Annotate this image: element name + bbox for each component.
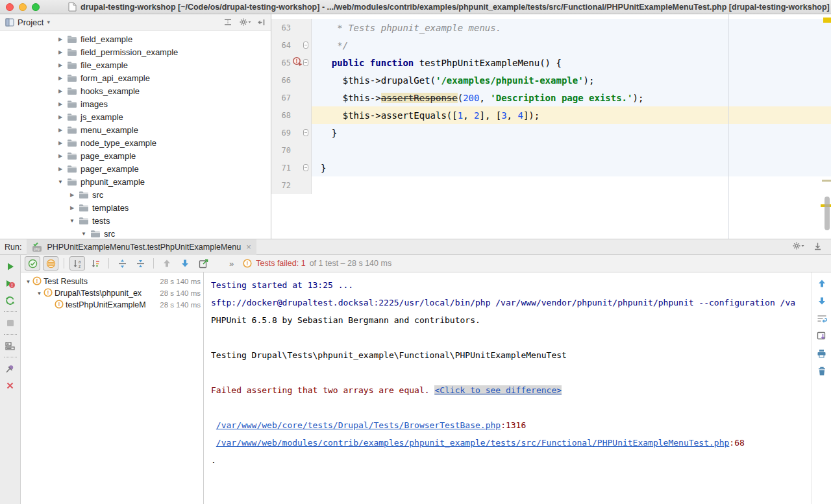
project-tree-item[interactable]: ▶src <box>0 188 271 201</box>
editor-line[interactable]: 71} <box>271 159 831 176</box>
chevron-down-icon[interactable]: ▼ <box>36 291 43 296</box>
clear-console-button[interactable] <box>815 365 828 377</box>
chevrons-more-icon[interactable]: » <box>229 259 234 269</box>
editor-line[interactable]: 72 <box>271 176 831 194</box>
import-test-results-button[interactable] <box>195 256 211 270</box>
chevron-right-icon[interactable]: ▶ <box>57 127 64 133</box>
error-stripe-mark[interactable] <box>823 18 831 23</box>
project-tool-button[interactable]: Project ▾ <box>5 18 50 27</box>
editor-gutter[interactable]: 68 <box>271 106 312 124</box>
hide-panel-icon[interactable] <box>258 18 266 27</box>
soft-wrap-button[interactable] <box>815 313 828 324</box>
settings-gear-icon[interactable] <box>792 241 804 252</box>
project-tree-item[interactable]: ▶hooks_example <box>0 84 271 97</box>
project-tree-item[interactable]: ▶images <box>0 97 271 110</box>
editor-line[interactable]: 68 $this->assertEquals([1, 2], [3, 4]); <box>271 106 831 124</box>
project-tree-item[interactable]: ▶node_type_example <box>0 136 271 149</box>
editor-gutter[interactable]: 64 <box>271 36 312 54</box>
editor-line[interactable]: 70 <box>271 141 831 159</box>
editor-gutter[interactable]: 71 <box>271 159 312 176</box>
project-tree-item[interactable]: ▼tests <box>0 214 271 227</box>
sort-by-duration-button[interactable] <box>88 256 103 270</box>
chevron-right-icon[interactable]: ▶ <box>57 140 64 146</box>
chevron-right-icon[interactable]: ▶ <box>57 153 64 159</box>
project-tree-item[interactable]: ▶field_permission_example <box>0 45 271 58</box>
editor-line[interactable]: 69 } <box>271 124 831 141</box>
console-link[interactable]: /var/www/web/modules/contrib/examples/ph… <box>216 438 730 448</box>
project-tree-item[interactable]: ▼src <box>0 227 271 239</box>
collapse-all-button[interactable] <box>132 256 148 270</box>
project-tree-item[interactable]: ▶file_example <box>0 58 271 71</box>
minimize-window-button[interactable] <box>19 3 27 11</box>
console-link[interactable]: /var/www/web/core/tests/Drupal/Tests/Bro… <box>216 420 501 430</box>
chevron-down-icon[interactable]: ▼ <box>25 279 32 285</box>
chevron-right-icon[interactable]: ▶ <box>69 205 75 211</box>
sort-alphabetically-button[interactable]: az <box>69 256 85 270</box>
fold-marker[interactable] <box>303 129 308 136</box>
next-failed-test-button[interactable] <box>177 256 193 270</box>
fold-marker[interactable] <box>303 59 308 66</box>
previous-failed-test-button[interactable] <box>159 256 175 270</box>
rerun-failed-test-gutter-icon[interactable]: ! <box>292 56 303 69</box>
editor-gutter[interactable]: 69 <box>271 124 312 141</box>
error-stripe-mark[interactable] <box>822 180 831 182</box>
chevron-down-icon[interactable]: ▼ <box>81 231 87 237</box>
editor-gutter[interactable]: 67 <box>271 89 312 106</box>
zoom-window-button[interactable] <box>32 3 40 11</box>
editor-line[interactable]: 67 $this->assertResponse(200, 'Descripti… <box>271 89 831 106</box>
console-link[interactable]: <Click to see difference> <box>434 385 562 395</box>
run-configuration-tab[interactable]: php PHPUnitExampleMenuTest.testPhpUnitEx… <box>27 239 256 255</box>
stop-button[interactable] <box>3 315 18 331</box>
test-console[interactable]: Testing started at 13:25 ...sftp://docke… <box>204 272 831 504</box>
fold-marker[interactable] <box>303 164 308 171</box>
test-tree-item[interactable]: ▼!Drupal\Tests\phpunit_ex28 s 140 ms <box>21 287 203 299</box>
chevron-down-icon[interactable]: ▼ <box>57 179 64 185</box>
print-button[interactable] <box>815 348 828 359</box>
chevron-right-icon[interactable]: ▶ <box>57 75 64 81</box>
close-icon[interactable]: × <box>246 242 251 252</box>
project-tree-item[interactable]: ▼phpunit_example <box>0 175 271 188</box>
chevron-right-icon[interactable]: ▶ <box>57 88 64 94</box>
editor-line[interactable]: 63 * Tests phpunit_example menus. <box>271 19 831 36</box>
collapse-all-icon[interactable] <box>223 18 232 27</box>
editor-line[interactable]: 64 */ <box>271 36 831 54</box>
settings-gear-icon[interactable] <box>239 18 251 27</box>
project-tree-item[interactable]: ▶page_example <box>0 149 271 162</box>
test-tree-item[interactable]: !testPhpUnitExampleM28 s 140 ms <box>21 299 203 311</box>
chevron-right-icon[interactable]: ▶ <box>69 192 75 198</box>
down-stack-trace-button[interactable] <box>815 295 828 307</box>
chevron-right-icon[interactable]: ▶ <box>57 166 64 172</box>
editor-gutter[interactable]: 70 <box>271 141 312 159</box>
chevron-right-icon[interactable]: ▶ <box>57 62 64 68</box>
project-tree-item[interactable]: ▶js_example <box>0 110 271 123</box>
chevron-right-icon[interactable]: ▶ <box>57 101 64 107</box>
project-tree-item[interactable]: ▶templates <box>0 201 271 214</box>
project-tree-item[interactable]: ▶menu_example <box>0 123 271 136</box>
close-window-button[interactable] <box>6 3 14 11</box>
rerun-failed-tests-button[interactable]: ! <box>3 275 18 292</box>
up-stack-trace-button[interactable] <box>815 278 828 289</box>
fold-marker[interactable] <box>303 42 308 49</box>
editor-gutter[interactable]: 66 <box>271 71 312 89</box>
show-passed-button[interactable] <box>25 256 40 270</box>
restore-layout-button[interactable] <box>3 337 18 354</box>
show-ignored-button[interactable] <box>43 256 58 270</box>
editor-line[interactable]: 65! public function testPhpUnitExampleMe… <box>271 54 831 71</box>
project-tree-item[interactable]: ▶pager_example <box>0 162 271 175</box>
editor-gutter[interactable]: 72 <box>271 176 312 194</box>
close-tool-window-button[interactable] <box>3 377 18 394</box>
chevron-right-icon[interactable]: ▶ <box>57 114 64 120</box>
chevron-right-icon[interactable]: ▶ <box>57 36 64 42</box>
rerun-button[interactable] <box>3 258 18 275</box>
editor-scrollbar-thumb[interactable] <box>825 197 830 230</box>
code-editor[interactable]: 63 * Tests phpunit_example menus.64 */65… <box>271 14 831 239</box>
scroll-to-end-button[interactable] <box>815 330 828 342</box>
project-tree-item[interactable]: ▶form_api_example <box>0 71 271 84</box>
expand-all-button[interactable] <box>114 256 130 270</box>
hide-tool-window-icon[interactable] <box>813 242 822 252</box>
project-tree-item[interactable]: ▶field_example <box>0 32 271 45</box>
editor-line[interactable]: 66 $this->drupalGet('/examples/phpunit-e… <box>271 71 831 89</box>
editor-gutter[interactable]: 63 <box>271 19 312 36</box>
editor-gutter[interactable]: 65! <box>271 54 312 71</box>
test-tree-item[interactable]: ▼!Test Results28 s 140 ms <box>21 276 203 287</box>
